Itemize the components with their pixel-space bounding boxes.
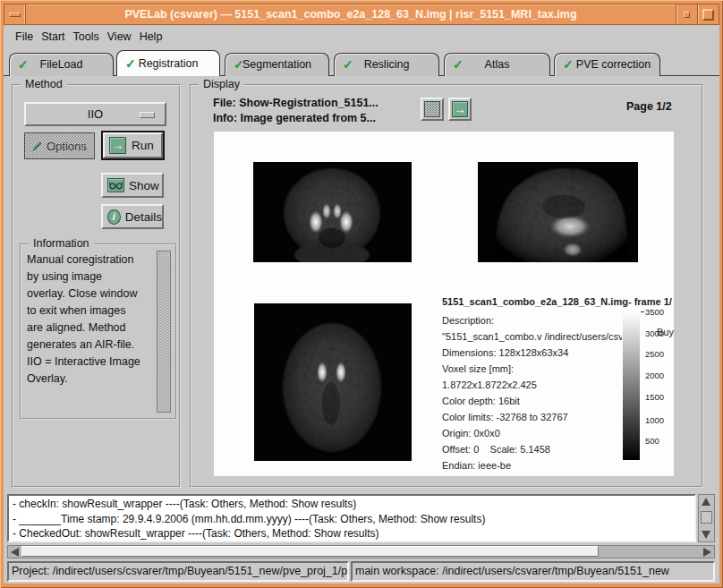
image-details: Description: "5151_scan1_combo.v /indire…	[442, 312, 622, 473]
show-label: Show	[129, 179, 159, 192]
method-panel: Method IIO Options → Run	[12, 84, 181, 488]
prev-page-button[interactable]	[421, 98, 444, 121]
tab-segmentation[interactable]: ✓ Segmentation	[225, 53, 329, 76]
check-icon: ✓	[563, 58, 574, 71]
display-panel: Display File: Show-Registration_5151... …	[190, 84, 703, 488]
run-label: Run	[132, 139, 154, 152]
dropdown-indicator-icon	[140, 112, 155, 118]
log-horizontal-scrollbar[interactable]	[7, 545, 715, 558]
detail-line: "5151_scan1_combo.v /indirect/users/csva…	[442, 328, 622, 345]
iconify-icon	[684, 12, 690, 18]
detail-line: Description:	[442, 312, 622, 328]
vertical-scrollbar-thumb[interactable]	[701, 511, 712, 524]
next-page-button[interactable]: →	[448, 98, 472, 121]
colorbar-tick: 500	[645, 436, 659, 446]
next-arrow-icon: →	[452, 101, 468, 117]
log-line: - checkIn: showResult_wrapper ----(Task:…	[13, 497, 691, 512]
colorbar-tick: 2500	[645, 349, 664, 359]
scroll-up-arrow-icon[interactable]	[702, 498, 710, 506]
maximize-icon	[702, 9, 714, 21]
glasses-icon	[107, 178, 124, 192]
run-arrow-icon: →	[109, 137, 126, 154]
check-icon: ✓	[453, 58, 464, 71]
show-button[interactable]: Show	[101, 173, 164, 198]
scroll-right-arrow-icon[interactable]	[703, 548, 711, 557]
window-menu-button[interactable]	[4, 4, 26, 24]
colorbar-tick-mark	[641, 311, 644, 312]
colorbar-tick: 2000	[645, 371, 664, 380]
status-workspace-path: main workspace: /indirect/users/csvarer/…	[351, 561, 715, 582]
pen-icon	[31, 141, 43, 152]
detail-line: Origin: 0x0x0	[442, 425, 622, 441]
colorbar-tick: 3500	[645, 307, 664, 317]
iconify-button[interactable]	[676, 4, 697, 24]
detail-line: Endian: ieee-be	[442, 457, 622, 473]
colorbar-tick: 1000	[645, 415, 664, 425]
display-canvas: 5151_scan1_combo_e2a_128_63_N.img- frame…	[214, 132, 674, 476]
status-project-path: Project: /indirect/users/csvarer/tmp/Buy…	[7, 561, 349, 582]
menu-item-help[interactable]: Help	[140, 30, 163, 43]
tab-reslicing[interactable]: ✓ Reslicing	[334, 53, 439, 76]
log-area[interactable]: - checkIn: showResult_wrapper ----(Task:…	[7, 494, 696, 542]
scroll-left-arrow-icon[interactable]	[11, 548, 19, 557]
tab-fileload[interactable]: ✓ FileLoad	[9, 53, 114, 76]
check-icon: ✓	[343, 58, 353, 71]
log-line: - CheckedOut: showResult_wrapper ----(Ta…	[13, 526, 691, 541]
menu-bar: File Start Tools View Help	[4, 25, 719, 47]
method-legend: Method	[21, 78, 67, 91]
menu-item-view[interactable]: View	[107, 30, 132, 43]
detail-line: Color depth: 16bit	[442, 393, 622, 409]
run-button[interactable]: → Run	[101, 131, 165, 160]
information-text: Manual coregistration by using image ove…	[27, 251, 154, 388]
display-file-label: File: Show-Registration_5151...	[213, 97, 379, 109]
brain-image-coronal	[253, 162, 412, 262]
page-indicator: Page 1/2	[626, 100, 672, 113]
check-icon: ✓	[234, 58, 244, 71]
detail-line: Offset: 0 Scale: 5.1458	[442, 441, 622, 457]
display-info-label: Info: Image generated from 5...	[213, 112, 376, 124]
log-vertical-scrollbar[interactable]	[698, 494, 715, 542]
info-icon: i	[107, 209, 121, 225]
window-menu-icon	[9, 13, 21, 17]
horizontal-scrollbar-thumb[interactable]	[21, 546, 599, 557]
colorbar-tick: 1500	[645, 392, 664, 402]
tab-pve-correction[interactable]: ✓ PVE correction	[554, 53, 660, 76]
menu-item-start[interactable]: Start	[41, 30, 64, 43]
details-label: Details	[125, 210, 162, 224]
colorbar	[623, 310, 640, 460]
prev-page-disabled-pattern	[424, 101, 440, 117]
log-line: - _______Time stamp: 29.9.4.9.2006 (mm.h…	[13, 512, 691, 527]
detail-line: Color limits: -32768 to 32767	[442, 409, 622, 425]
options-label: Options	[47, 140, 87, 153]
detail-line: Voxel size [mm]:	[442, 361, 622, 377]
information-scrollbar[interactable]	[157, 251, 171, 413]
window-titlebar: PVELab (csvarer) — 5151_scan1_combo_e2a_…	[4, 4, 719, 25]
details-button[interactable]: i Details	[101, 204, 164, 229]
maximize-button[interactable]	[697, 4, 719, 24]
run-button-face: → Run	[103, 132, 163, 158]
options-button[interactable]: Options	[24, 132, 95, 159]
display-legend: Display	[199, 78, 244, 91]
scroll-down-arrow-icon[interactable]	[702, 531, 710, 539]
menu-item-tools[interactable]: Tools	[73, 30, 99, 43]
check-icon: ✓	[125, 57, 136, 70]
window-title: PVELab (csvarer) — 5151_scan1_combo_e2a_…	[31, 4, 670, 24]
information-legend: Information	[29, 237, 94, 251]
tab-registration[interactable]: ✓ Registration	[116, 50, 220, 76]
method-dropdown[interactable]: IIO	[24, 102, 166, 126]
overlapping-text-fragment: Buy	[657, 327, 674, 337]
brain-image-sagittal	[478, 162, 638, 262]
detail-line: 1.8722x1.8722x2.425	[442, 377, 622, 393]
menu-item-file[interactable]: File	[15, 30, 33, 43]
image-title: 5151_scan1_combo_e2a_128_63_N.img- frame…	[442, 296, 673, 307]
information-panel: Information Manual coregistration by usi…	[20, 243, 177, 420]
tab-atlas[interactable]: ✓ Atlas	[444, 53, 550, 76]
brain-image-axial	[254, 303, 412, 461]
detail-line: Dimensions: 128x128x63x34	[442, 345, 622, 361]
application-window: PVELab (csvarer) — 5151_scan1_combo_e2a_…	[0, 0, 723, 588]
check-icon: ✓	[18, 58, 29, 71]
